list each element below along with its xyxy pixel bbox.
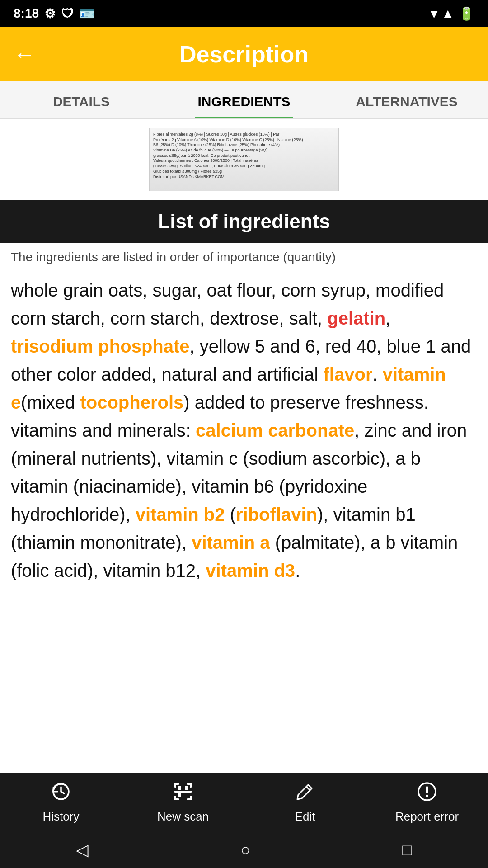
ingredient-vitamin-b2: vitamin b2 [136, 505, 225, 524]
report-error-icon [417, 781, 437, 807]
product-image-container: Fibres alimentaires 2g (8%) | Sucres 10g… [0, 119, 488, 200]
new-scan-icon [173, 781, 193, 807]
report-error-label: Report error [395, 810, 459, 824]
svg-rect-8 [190, 796, 192, 800]
svg-rect-2 [174, 783, 176, 788]
bottom-nav: History New scan [0, 773, 488, 832]
wifi-icon: ▾ [431, 6, 437, 21]
ingredient-calcium-carbonate: calcium carbonate [196, 420, 354, 440]
history-icon [51, 781, 71, 807]
tab-alternatives[interactable]: ALTERNATIVES [325, 81, 488, 118]
svg-line-13 [306, 787, 310, 790]
settings-icon: ⚙ [44, 6, 56, 21]
ingredient-flavor: flavor [324, 364, 373, 384]
back-button[interactable]: ← [14, 42, 35, 67]
history-label: History [43, 810, 80, 824]
tab-bar: DETAILS INGREDIENTS ALTERNATIVES [0, 81, 488, 119]
signal-icon: ▲ [441, 6, 454, 21]
ingredient-tocopherols: tocopherols [80, 392, 183, 412]
nutrition-label-sim: Fibres alimentaires 2g (8%) | Sucres 10g… [150, 128, 338, 191]
ingredient-gelatin: gelatin [327, 308, 385, 328]
status-bar: 8:18 ⚙ 🛡 🪪 ▾ ▲ 🔋 [0, 0, 488, 27]
svg-rect-10 [178, 786, 181, 790]
ingredient-riboflavin: riboflavin [236, 505, 317, 524]
system-nav: ◁ ○ □ [0, 832, 488, 868]
back-system-button[interactable]: ◁ [76, 840, 89, 859]
nav-report-error[interactable]: Report error [391, 781, 463, 824]
svg-rect-6 [174, 796, 176, 800]
svg-rect-4 [190, 783, 192, 788]
header: ← Description [0, 27, 488, 81]
ingredient-vitamin-a: vitamin a [192, 533, 270, 552]
edit-label: Edit [295, 810, 315, 824]
svg-rect-11 [185, 786, 188, 790]
ingredients-subtext: The ingredients are listed in order of i… [0, 243, 488, 269]
product-image: Fibres alimentaires 2g (8%) | Sucres 10g… [149, 128, 339, 191]
time: 8:18 [14, 6, 39, 21]
ingredients-body: whole grain oats, sugar, oat flour, corn… [0, 269, 488, 675]
recents-button[interactable]: □ [402, 840, 412, 859]
tab-details[interactable]: DETAILS [0, 81, 163, 118]
shield-icon: 🛡 [61, 6, 74, 21]
nav-history[interactable]: History [25, 781, 97, 824]
nav-edit[interactable]: Edit [269, 781, 341, 824]
page-title: Description [179, 41, 309, 68]
battery-icon: 🔋 [459, 6, 474, 21]
ingredients-header: List of ingredients [0, 200, 488, 243]
svg-rect-12 [178, 793, 181, 797]
new-scan-label: New scan [157, 810, 209, 824]
edit-icon [295, 781, 315, 807]
home-button[interactable]: ○ [240, 840, 250, 859]
svg-point-16 [426, 795, 428, 797]
status-left: 8:18 ⚙ 🛡 🪪 [14, 6, 95, 21]
status-right: ▾ ▲ 🔋 [431, 6, 474, 21]
tab-ingredients[interactable]: INGREDIENTS [163, 81, 325, 118]
nav-new-scan[interactable]: New scan [147, 781, 219, 824]
svg-rect-9 [174, 791, 192, 793]
ingredient-trisodium-phosphate: trisodium phosphate [11, 336, 190, 356]
card-icon: 🪪 [79, 6, 95, 21]
ingredient-vitamin-d3: vitamin d3 [206, 561, 295, 580]
ingredient-vitamin-e: vitamin e [11, 364, 446, 412]
